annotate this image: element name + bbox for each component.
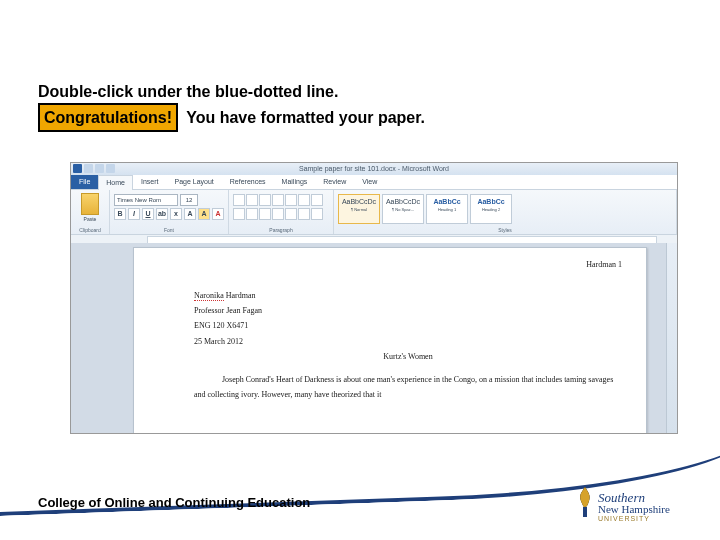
style-sample: AaBbCc bbox=[428, 198, 466, 205]
course-line: ENG 120 X6471 bbox=[194, 318, 622, 333]
style-name: Heading 1 bbox=[428, 206, 466, 213]
borders-button[interactable] bbox=[311, 208, 323, 220]
style-heading-2[interactable]: AaBbCc Heading 2 bbox=[470, 194, 512, 224]
tab-references[interactable]: References bbox=[222, 175, 274, 189]
window-title-text: Sample paper for site 101.docx - Microso… bbox=[299, 165, 449, 172]
group-font: Times New Rom 12 B I U ab x A A A Font bbox=[110, 190, 229, 234]
strike-button[interactable]: ab bbox=[156, 208, 168, 220]
vertical-scrollbar[interactable] bbox=[666, 243, 677, 433]
ribbon-tabs: File Home Insert Page Layout References … bbox=[71, 175, 677, 190]
tab-insert[interactable]: Insert bbox=[133, 175, 167, 189]
page-header: Hardman 1 bbox=[586, 260, 622, 269]
shading-button[interactable] bbox=[298, 208, 310, 220]
tab-page-layout[interactable]: Page Layout bbox=[166, 175, 221, 189]
page-body: Naronika Hardman Professor Jean Fagan EN… bbox=[194, 288, 622, 410]
page[interactable]: Hardman 1 Naronika Hardman Professor Jea… bbox=[133, 247, 647, 433]
show-marks-button[interactable] bbox=[311, 194, 323, 206]
italic-button[interactable]: I bbox=[128, 208, 140, 220]
snhu-logo: Southern New Hampshire UNIVERSITY bbox=[578, 491, 696, 522]
group-clipboard: Paste Clipboard bbox=[71, 190, 110, 234]
instructions-block: Double-click under the blue-dotted line.… bbox=[38, 80, 425, 132]
style-normal[interactable]: AaBbCcDc ¶ Normal bbox=[338, 194, 380, 224]
slide: Double-click under the blue-dotted line.… bbox=[0, 0, 720, 540]
tab-review[interactable]: Review bbox=[315, 175, 354, 189]
paste-label: Paste bbox=[75, 216, 105, 222]
subscript-button[interactable]: x bbox=[170, 208, 182, 220]
style-gallery[interactable]: AaBbCcDc ¶ Normal AaBbCcDc ¶ No Spac... … bbox=[338, 194, 672, 224]
font-name-combo[interactable]: Times New Rom bbox=[114, 194, 178, 206]
style-no-spacing[interactable]: AaBbCcDc ¶ No Spac... bbox=[382, 194, 424, 224]
date-line: 25 March 2012 bbox=[194, 334, 622, 349]
student-name-line: Naronika Hardman bbox=[194, 288, 622, 303]
logo-line-3: UNIVERSITY bbox=[598, 515, 696, 522]
styles-group-label: Styles bbox=[334, 227, 676, 233]
clipboard-group-label: Clipboard bbox=[71, 227, 109, 233]
decorative-swoop bbox=[0, 425, 720, 518]
torch-icon bbox=[574, 485, 596, 519]
logo-line-2: New Hampshire bbox=[598, 504, 696, 515]
ribbon: Paste Clipboard Times New Rom 12 B I U a… bbox=[71, 190, 677, 235]
essay-title: Kurtz's Women bbox=[194, 349, 622, 364]
style-sample: AaBbCc bbox=[472, 198, 510, 205]
footer-band: College of Online and Continuing Educati… bbox=[0, 440, 720, 540]
tab-home[interactable]: Home bbox=[98, 175, 133, 191]
multilevel-button[interactable] bbox=[259, 194, 271, 206]
style-sample: AaBbCcDc bbox=[340, 198, 378, 205]
style-name: Heading 2 bbox=[472, 206, 510, 213]
spellcheck-squiggle: Naronika bbox=[194, 291, 224, 301]
sort-button[interactable] bbox=[298, 194, 310, 206]
style-sample: AaBbCcDc bbox=[384, 198, 422, 205]
paste-icon[interactable] bbox=[81, 193, 99, 215]
style-heading-1[interactable]: AaBbCc Heading 1 bbox=[426, 194, 468, 224]
save-icon[interactable] bbox=[84, 164, 93, 173]
window-title-bar: Sample paper for site 101.docx - Microso… bbox=[71, 163, 677, 175]
svg-rect-0 bbox=[583, 507, 587, 517]
essay-paragraph: Joseph Conrad's Heart of Darkness is abo… bbox=[194, 372, 622, 402]
font-size-combo[interactable]: 12 bbox=[180, 194, 198, 206]
instruction-line-1: Double-click under the blue-dotted line. bbox=[38, 80, 425, 103]
align-center-button[interactable] bbox=[246, 208, 258, 220]
word-window: Sample paper for site 101.docx - Microso… bbox=[70, 162, 678, 434]
numbering-button[interactable] bbox=[246, 194, 258, 206]
align-left-button[interactable] bbox=[233, 208, 245, 220]
font-color-button[interactable]: A bbox=[212, 208, 224, 220]
quick-access-toolbar bbox=[73, 164, 115, 173]
professor-line: Professor Jean Fagan bbox=[194, 303, 622, 318]
align-right-button[interactable] bbox=[259, 208, 271, 220]
bold-button[interactable]: B bbox=[114, 208, 126, 220]
group-paragraph: Paragraph bbox=[229, 190, 334, 234]
line-spacing-button[interactable] bbox=[285, 208, 297, 220]
style-name: ¶ No Spac... bbox=[384, 206, 422, 213]
instruction-line-2: Congratulations! You have formatted your… bbox=[38, 103, 425, 132]
congratulations-highlight: Congratulations! bbox=[38, 103, 178, 132]
undo-icon[interactable] bbox=[95, 164, 104, 173]
text-effects-button[interactable]: A bbox=[184, 208, 196, 220]
logo-line-1: Southern bbox=[598, 491, 696, 504]
tab-mailings[interactable]: Mailings bbox=[274, 175, 316, 189]
style-name: ¶ Normal bbox=[340, 206, 378, 213]
word-icon bbox=[73, 164, 82, 173]
justify-button[interactable] bbox=[272, 208, 284, 220]
decrease-indent-button[interactable] bbox=[272, 194, 284, 206]
highlight-button[interactable]: A bbox=[198, 208, 210, 220]
footer-text: College of Online and Continuing Educati… bbox=[38, 495, 310, 510]
increase-indent-button[interactable] bbox=[285, 194, 297, 206]
document-area[interactable]: Hardman 1 Naronika Hardman Professor Jea… bbox=[71, 243, 677, 433]
bullets-button[interactable] bbox=[233, 194, 245, 206]
group-styles: AaBbCcDc ¶ Normal AaBbCcDc ¶ No Spac... … bbox=[334, 190, 677, 234]
underline-button[interactable]: U bbox=[142, 208, 154, 220]
student-last-name: Hardman bbox=[224, 291, 256, 300]
font-group-label: Font bbox=[110, 227, 228, 233]
paragraph-group-label: Paragraph bbox=[229, 227, 333, 233]
tab-file[interactable]: File bbox=[71, 175, 98, 189]
redo-icon[interactable] bbox=[106, 164, 115, 173]
instruction-line-2-rest: You have formatted your paper. bbox=[182, 109, 425, 126]
tab-view[interactable]: View bbox=[354, 175, 385, 189]
